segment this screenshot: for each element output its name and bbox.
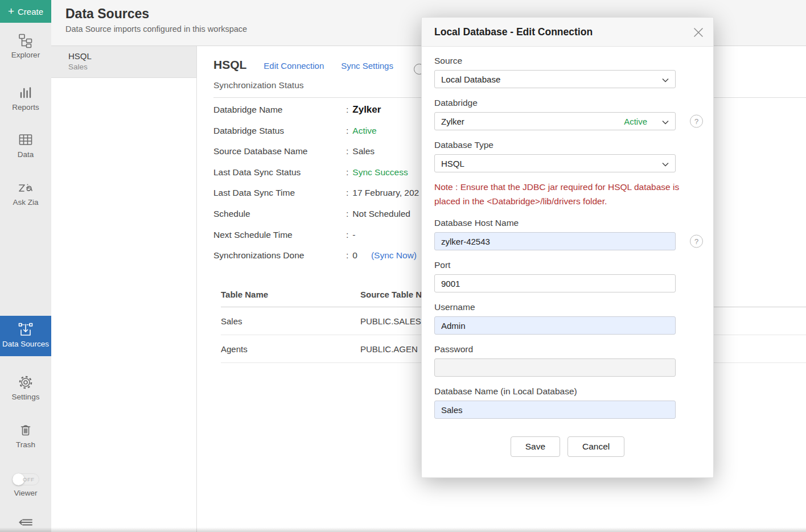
source-list-item-hsql[interactable]: HSQL Sales xyxy=(51,46,196,78)
toggle-state-label: OFF xyxy=(23,476,35,482)
sidebar-item-label: Settings xyxy=(12,393,40,402)
edit-connection-modal: Local Database - Edit Connection Source … xyxy=(421,17,714,478)
jdbc-note: Note : Ensure that the JDBC jar required… xyxy=(434,180,700,208)
port-input[interactable] xyxy=(434,274,676,292)
source-db-name-value: Sales xyxy=(352,141,375,162)
page-subtitle: Data Source imports configured in this w… xyxy=(65,24,247,34)
sidebar: + Create Explorer Reports Da xyxy=(0,0,51,532)
source-list-panel: HSQL Sales xyxy=(51,46,197,532)
source-heading: HSQL xyxy=(213,58,246,72)
sidebar-item-explorer[interactable]: Explorer xyxy=(0,32,51,60)
source-field-label: Source xyxy=(434,56,701,66)
database-name-field-label: Database Name (in Local Database) xyxy=(434,386,701,397)
modal-title: Local Database - Edit Connection xyxy=(434,26,593,38)
edit-connection-link[interactable]: Edit Connection xyxy=(264,61,324,71)
password-field-label: Password xyxy=(434,344,701,354)
last-sync-time-value: 17 February, 202 xyxy=(352,183,419,204)
database-type-select[interactable]: HSQL xyxy=(434,154,676,172)
host-input[interactable] xyxy=(434,232,676,250)
source-select[interactable]: Local Database xyxy=(434,70,676,88)
port-field-label: Port xyxy=(434,260,701,270)
cancel-button[interactable]: Cancel xyxy=(568,436,624,457)
create-button[interactable]: + Create xyxy=(0,0,51,23)
database-name-input[interactable] xyxy=(434,401,676,419)
explorer-icon xyxy=(18,32,34,48)
chevron-down-icon xyxy=(662,75,669,84)
host-field-label: Database Host Name xyxy=(434,218,701,228)
sidebar-item-label: Trash xyxy=(16,440,35,450)
sidebar-item-label: Data xyxy=(18,150,34,160)
help-icon[interactable]: ? xyxy=(690,235,703,248)
source-item-name: HSQL xyxy=(68,51,191,61)
bottom-shadow xyxy=(0,527,806,532)
chevron-down-icon xyxy=(662,117,669,126)
schedule-value: Not Scheduled xyxy=(352,204,410,225)
sidebar-item-data[interactable]: Data xyxy=(0,132,51,160)
sidebar-item-ask-zia[interactable]: Ask Zia xyxy=(0,181,51,208)
sidebar-item-label: Reports xyxy=(12,103,39,113)
database-type-field-label: Database Type xyxy=(434,140,701,150)
sidebar-item-data-sources[interactable]: Data Sources xyxy=(0,316,51,356)
save-button[interactable]: Save xyxy=(511,436,560,457)
create-button-label: Create xyxy=(18,7,43,17)
page-title: Data Sources xyxy=(65,6,149,22)
sync-status-section-title: Synchronization Status xyxy=(213,80,304,90)
syncs-done-value: 0 xyxy=(352,245,357,266)
plus-icon: + xyxy=(8,6,14,17)
databridge-status-value: Active xyxy=(352,121,376,142)
source-item-workspace: Sales xyxy=(68,63,191,71)
sidebar-item-reports[interactable]: Reports xyxy=(0,85,51,113)
databridge-field-label: Databridge xyxy=(434,98,701,108)
databridge-name-value: Zylker xyxy=(352,100,381,121)
sync-settings-link[interactable]: Sync Settings xyxy=(341,61,393,71)
password-input[interactable] xyxy=(434,358,676,377)
sidebar-item-settings[interactable]: Settings xyxy=(0,374,51,402)
col-table-name: Table Name xyxy=(221,284,360,307)
viewer-label: Viewer xyxy=(14,489,37,497)
trash-icon xyxy=(18,422,34,438)
modal-header: Local Database - Edit Connection xyxy=(422,18,713,47)
data-sources-icon xyxy=(17,321,34,337)
reports-icon xyxy=(18,85,34,101)
gear-icon xyxy=(18,374,34,390)
sidebar-item-label: Explorer xyxy=(11,51,40,60)
last-sync-status-value: Sync Success xyxy=(352,162,408,183)
close-icon[interactable] xyxy=(692,26,705,39)
databridge-select[interactable]: Zylker Active xyxy=(434,112,676,130)
next-schedule-value: - xyxy=(352,225,355,246)
sidebar-item-label: Data Sources xyxy=(2,340,49,349)
sync-now-link[interactable]: (Sync Now) xyxy=(371,245,417,266)
username-input[interactable] xyxy=(434,316,676,335)
chevron-down-icon xyxy=(662,159,669,168)
sidebar-item-trash[interactable]: Trash xyxy=(0,422,51,450)
viewer-toggle[interactable]: OFF xyxy=(13,473,39,485)
sidebar-item-label: Ask Zia xyxy=(13,198,38,208)
username-field-label: Username xyxy=(434,302,701,312)
viewer-toggle-block: OFF Viewer xyxy=(0,473,51,497)
help-icon[interactable]: ? xyxy=(690,115,703,128)
zia-icon xyxy=(17,181,34,196)
data-icon xyxy=(18,132,34,148)
databridge-status-badge: Active xyxy=(624,117,647,126)
